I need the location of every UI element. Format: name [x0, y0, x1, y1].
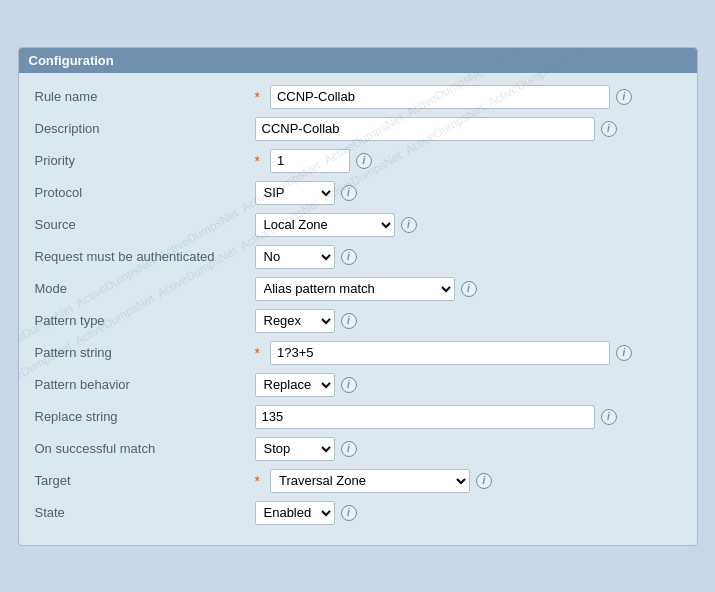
info-icon-protocol[interactable]: i: [341, 185, 357, 201]
select-pattern-behavior[interactable]: ReplaceStripAddPrefixAddSuffix: [255, 373, 335, 397]
control-pattern-string: *i: [255, 341, 681, 365]
label-pattern-type: Pattern type: [35, 313, 255, 328]
select-request-must-be-authenticated[interactable]: NoYes: [255, 245, 335, 269]
control-pattern-behavior: ReplaceStripAddPrefixAddSuffixi: [255, 373, 681, 397]
label-source: Source: [35, 217, 255, 232]
label-target: Target: [35, 473, 255, 488]
label-replace-string: Replace string: [35, 409, 255, 424]
configuration-panel: Configuration Rule name*iDescriptioniPri…: [18, 47, 698, 546]
info-icon-priority[interactable]: i: [356, 153, 372, 169]
row-mode: ModeAlias pattern matchAny aliasURI outb…: [35, 273, 681, 305]
row-description: Descriptioni: [35, 113, 681, 145]
label-description: Description: [35, 121, 255, 136]
info-icon-pattern-string[interactable]: i: [616, 345, 632, 361]
label-state: State: [35, 505, 255, 520]
select-source[interactable]: Local ZoneAny Zone: [255, 213, 395, 237]
input-description[interactable]: [255, 117, 595, 141]
row-pattern-string: Pattern string*i: [35, 337, 681, 369]
info-icon-target[interactable]: i: [476, 473, 492, 489]
row-protocol: ProtocolSIPH.323Anyi: [35, 177, 681, 209]
required-star-rule-name: *: [255, 89, 260, 105]
row-state: StateEnabledDisabledi: [35, 497, 681, 529]
required-star-target: *: [255, 473, 260, 489]
info-icon-source[interactable]: i: [401, 217, 417, 233]
select-state[interactable]: EnabledDisabled: [255, 501, 335, 525]
row-priority: Priority*i: [35, 145, 681, 177]
label-pattern-behavior: Pattern behavior: [35, 377, 255, 392]
label-mode: Mode: [35, 281, 255, 296]
control-description: i: [255, 117, 681, 141]
control-state: EnabledDisabledi: [255, 501, 681, 525]
info-icon-state[interactable]: i: [341, 505, 357, 521]
label-rule-name: Rule name: [35, 89, 255, 104]
control-mode: Alias pattern matchAny aliasURI outbound…: [255, 277, 681, 301]
info-icon-mode[interactable]: i: [461, 281, 477, 297]
control-replace-string: i: [255, 405, 681, 429]
select-on-successful-match[interactable]: StopContinue: [255, 437, 335, 461]
control-rule-name: *i: [255, 85, 681, 109]
control-source: Local ZoneAny Zonei: [255, 213, 681, 237]
info-icon-request-must-be-authenticated[interactable]: i: [341, 249, 357, 265]
input-pattern-string[interactable]: [270, 341, 610, 365]
select-target[interactable]: Traversal ZoneLocal ZoneDefaultZone: [270, 469, 470, 493]
control-pattern-type: RegexPrefixSuffixExacti: [255, 309, 681, 333]
info-icon-on-successful-match[interactable]: i: [341, 441, 357, 457]
info-icon-pattern-behavior[interactable]: i: [341, 377, 357, 393]
row-source: SourceLocal ZoneAny Zonei: [35, 209, 681, 241]
form-body: Rule name*iDescriptioniPriority*iProtoco…: [19, 73, 697, 533]
control-on-successful-match: StopContinuei: [255, 437, 681, 461]
label-protocol: Protocol: [35, 185, 255, 200]
panel-title: Configuration: [29, 53, 114, 68]
row-pattern-type: Pattern typeRegexPrefixSuffixExacti: [35, 305, 681, 337]
row-replace-string: Replace stringi: [35, 401, 681, 433]
label-pattern-string: Pattern string: [35, 345, 255, 360]
select-pattern-type[interactable]: RegexPrefixSuffixExact: [255, 309, 335, 333]
row-rule-name: Rule name*i: [35, 81, 681, 113]
row-target: Target*Traversal ZoneLocal ZoneDefaultZo…: [35, 465, 681, 497]
control-priority: *i: [255, 149, 681, 173]
info-icon-pattern-type[interactable]: i: [341, 313, 357, 329]
info-icon-description[interactable]: i: [601, 121, 617, 137]
label-request-must-be-authenticated: Request must be authenticated: [35, 249, 255, 264]
row-request-must-be-authenticated: Request must be authenticatedNoYesi: [35, 241, 681, 273]
row-on-successful-match: On successful matchStopContinuei: [35, 433, 681, 465]
control-request-must-be-authenticated: NoYesi: [255, 245, 681, 269]
input-priority[interactable]: [270, 149, 350, 173]
input-replace-string[interactable]: [255, 405, 595, 429]
select-protocol[interactable]: SIPH.323Any: [255, 181, 335, 205]
control-protocol: SIPH.323Anyi: [255, 181, 681, 205]
info-icon-replace-string[interactable]: i: [601, 409, 617, 425]
label-on-successful-match: On successful match: [35, 441, 255, 456]
control-target: *Traversal ZoneLocal ZoneDefaultZonei: [255, 469, 681, 493]
row-pattern-behavior: Pattern behaviorReplaceStripAddPrefixAdd…: [35, 369, 681, 401]
panel-header: Configuration: [19, 48, 697, 73]
select-mode[interactable]: Alias pattern matchAny aliasURI outbound: [255, 277, 455, 301]
input-rule-name[interactable]: [270, 85, 610, 109]
label-priority: Priority: [35, 153, 255, 168]
info-icon-rule-name[interactable]: i: [616, 89, 632, 105]
required-star-priority: *: [255, 153, 260, 169]
required-star-pattern-string: *: [255, 345, 260, 361]
